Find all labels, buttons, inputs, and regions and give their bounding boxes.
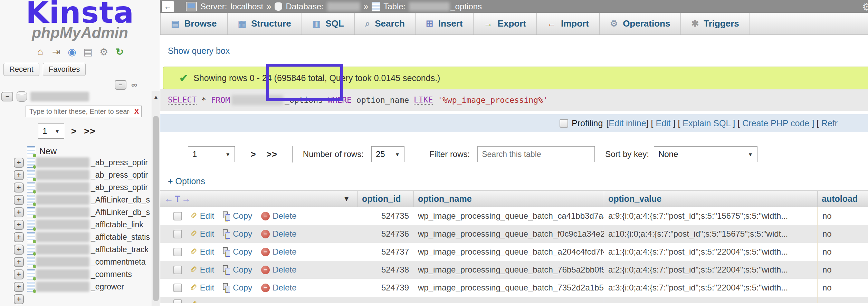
server-node[interactable]: − (1, 90, 152, 103)
reload-icon[interactable]: ↻ (114, 46, 125, 57)
tree-table-item[interactable]: +_ab_press_optir (0, 181, 152, 194)
breadcrumb-server-value[interactable]: localhost (230, 2, 263, 11)
tab-sql[interactable]: ▥SQL (302, 13, 355, 34)
tree-table-item[interactable]: +_ab_press_optir (0, 169, 152, 181)
rows-select[interactable]: 25 ▼ (371, 146, 404, 162)
tab-triggers[interactable]: ✱Triggers (681, 13, 750, 34)
tab-structure[interactable]: ▦Structure (228, 13, 302, 34)
expand-icon[interactable]: + (14, 245, 24, 255)
tree-table-item[interactable]: +_egrower (0, 280, 152, 293)
page-next-link[interactable]: > (251, 149, 256, 159)
tab-search[interactable]: ⌕Search (355, 13, 416, 34)
page-select[interactable]: 1 ▼ (188, 146, 235, 162)
tree-page-next[interactable]: > (71, 126, 77, 137)
scroll-up-icon[interactable]: ▲ (152, 94, 160, 100)
row-checkbox[interactable] (173, 299, 182, 303)
settings-icon[interactable]: ⚙ (98, 46, 109, 57)
tab-favorites[interactable]: Favorites (43, 63, 86, 76)
delete-link[interactable]: −Delete (261, 211, 296, 221)
breadcrumb-table-label[interactable]: Table: (383, 2, 406, 11)
row-checkbox[interactable] (173, 266, 182, 274)
copy-link[interactable]: Copy (223, 283, 252, 293)
tree-table-item[interactable]: +_AffiLinker_db_s (0, 194, 152, 206)
home-icon[interactable]: ⌂ (35, 46, 46, 57)
column-header-option-name[interactable]: option_name (414, 191, 604, 207)
expand-icon[interactable]: + (14, 294, 24, 304)
tree-table-item[interactable]: +_afflctable_statis (0, 231, 152, 243)
column-header-option-id[interactable]: option_id (358, 191, 414, 207)
row-checkbox[interactable] (173, 212, 182, 220)
row-checkbox[interactable] (173, 248, 182, 256)
edit-link[interactable]: ✎Edit (190, 211, 214, 221)
row-checkbox[interactable] (173, 230, 182, 238)
scrollbar-thumb[interactable] (153, 116, 159, 301)
expand-icon[interactable]: + (14, 170, 24, 180)
sidebar-scrollbar[interactable]: ▲ (152, 91, 160, 306)
expand-icon[interactable]: + (14, 269, 24, 279)
column-move-icon[interactable]: ←T→ (164, 194, 192, 204)
tree-table-item[interactable]: +_afflctable_link (0, 218, 152, 231)
breadcrumb-database-label[interactable]: Database: (286, 2, 323, 11)
page-last-link[interactable]: >> (267, 149, 277, 159)
copy-link[interactable]: Copy (223, 211, 252, 221)
expand-icon[interactable]: + (14, 207, 24, 217)
sort-select[interactable]: None ▼ (654, 146, 757, 162)
show-query-box-link[interactable]: Show query box (168, 46, 230, 56)
tree-table-item[interactable]: +_afflctable_track (0, 243, 152, 256)
copy-link[interactable]: Copy (223, 247, 252, 257)
back-button[interactable]: ← (161, 1, 174, 12)
expand-icon[interactable]: + (14, 158, 24, 168)
options-toggle-link[interactable]: + Options (168, 176, 205, 186)
tree-table-item[interactable]: +_AffiLinker_db_s (0, 206, 152, 218)
column-header-autoload[interactable]: autoload (818, 191, 868, 207)
collapse-all-icon[interactable]: − (115, 80, 126, 90)
expand-icon[interactable]: + (14, 257, 24, 267)
tree-filter-input[interactable] (26, 106, 142, 117)
expand-icon[interactable]: + (14, 220, 24, 230)
tab-import[interactable]: ←Import (537, 13, 600, 34)
tree-item-new[interactable]: New (27, 146, 152, 156)
docs-icon[interactable]: ◉ (67, 46, 78, 57)
profiling-link[interactable]: Refr (821, 118, 838, 128)
expand-icon[interactable]: + (14, 232, 24, 242)
wiki-icon[interactable]: ▤ (83, 46, 94, 57)
copy-link[interactable]: Copy (223, 229, 252, 239)
delete-link[interactable]: −Delete (261, 265, 296, 275)
tree-table-item[interactable]: +_commentmeta (0, 256, 152, 268)
delete-link[interactable]: −Delete (261, 247, 296, 257)
tree-table-item[interactable]: +_comments (0, 268, 152, 280)
tab-operations[interactable]: ⚙Operations (600, 13, 681, 34)
edit-link[interactable]: ✎Edit (190, 229, 214, 239)
tree-page-select[interactable]: 1 ▼ (38, 124, 64, 139)
edit-link[interactable]: ✎Edit (190, 283, 214, 293)
profiling-link[interactable]: Create PHP code (742, 118, 809, 128)
table-search-input[interactable] (477, 146, 595, 162)
copy-link[interactable]: Copy (223, 265, 252, 275)
expand-icon[interactable]: + (14, 182, 24, 193)
gear-icon[interactable]: ⚙ (862, 1, 868, 13)
logout-icon[interactable]: ⇥ (51, 46, 62, 57)
edit-link[interactable]: ✎Edit (190, 265, 214, 275)
delete-link[interactable]: −Delete (261, 229, 296, 239)
row-checkbox[interactable] (173, 284, 182, 292)
profiling-link[interactable]: Edit (656, 118, 670, 128)
expand-icon[interactable]: + (14, 282, 24, 292)
profiling-checkbox[interactable] (560, 119, 568, 128)
tab-export[interactable]: →Export (474, 13, 537, 34)
tab-insert[interactable]: ⊞Insert (416, 13, 474, 34)
tab-browse[interactable]: ▤Browse (160, 13, 228, 34)
column-header-option-value[interactable]: option_value (604, 191, 818, 207)
edit-link[interactable]: ✎Edit (190, 247, 214, 257)
server-collapse-icon[interactable]: − (1, 92, 13, 101)
expand-icon[interactable]: + (14, 195, 24, 205)
profiling-link[interactable]: Explain SQL (683, 118, 730, 128)
tab-recent[interactable]: Recent (3, 63, 39, 76)
delete-link[interactable]: −Delete (261, 283, 296, 293)
sort-caret-icon[interactable]: ▼ (343, 195, 350, 203)
profiling-link[interactable]: Edit inline (609, 118, 646, 128)
tree-table-item[interactable]: +_ab_press_optir (0, 156, 152, 169)
tree-page-last[interactable]: >> (84, 126, 96, 137)
filter-clear-icon[interactable]: X (134, 108, 139, 116)
link-panel-icon[interactable]: ∞ (131, 80, 137, 90)
cell-autoload: no (818, 207, 868, 225)
